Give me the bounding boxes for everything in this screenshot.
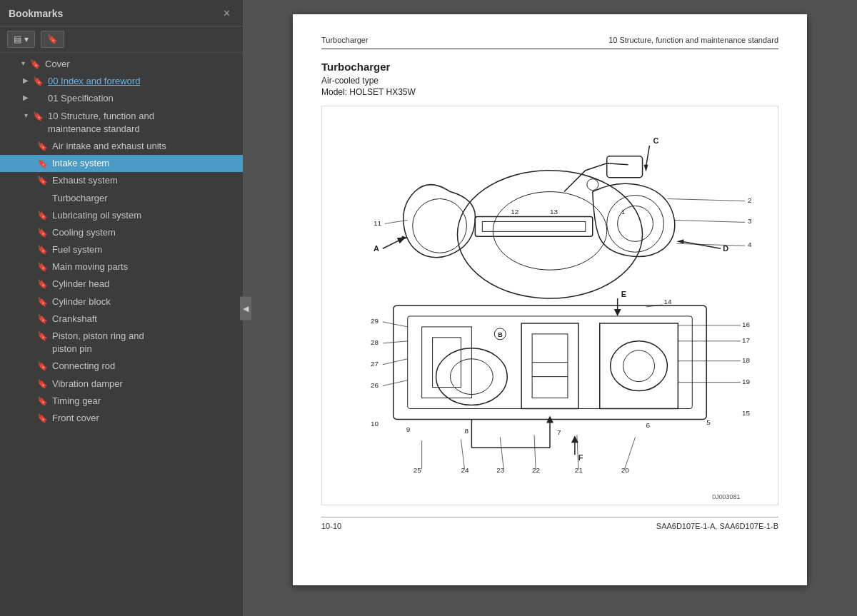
sidebar-item-fuel[interactable]: 🔖 Fuel system [0, 241, 243, 258]
bookmark-icon-cylhead: 🔖 [37, 278, 48, 291]
bookmark-icon-cooling: 🔖 [37, 227, 48, 239]
svg-text:2: 2 [748, 196, 752, 204]
sidebar-close-button[interactable]: × [219, 6, 234, 21]
svg-text:10: 10 [371, 420, 379, 428]
bookmark-icon-piston: 🔖 [37, 330, 48, 343]
bookmark-icon-air: 🔖 [37, 141, 48, 153]
sidebar-item-cover[interactable]: ▾ 🔖 Cover [0, 56, 243, 73]
sidebar-item-spec-label: 01 Specification [48, 92, 243, 105]
svg-text:5: 5 [706, 418, 711, 426]
bookmark-icon-cylblock: 🔖 [37, 296, 48, 308]
view-icon: ▤ [14, 34, 21, 44]
svg-text:16: 16 [742, 320, 751, 328]
document-page: Turbocharger 10 Structure, function and … [293, 14, 807, 585]
main-content: Turbocharger 10 Structure, function and … [243, 0, 857, 616]
svg-text:13: 13 [550, 208, 558, 216]
sidebar-item-moving[interactable]: 🔖 Main moving parts [0, 258, 243, 276]
bookmark-icon-crank: 🔖 [37, 313, 48, 325]
sidebar-item-vib-label: Vibration damper [52, 378, 243, 390]
svg-text:8: 8 [464, 427, 468, 435]
page-section-title: Turbocharger [321, 61, 778, 73]
svg-text:28: 28 [371, 338, 379, 346]
sidebar-item-spec[interactable]: ▶ 🔖 01 Specification [0, 90, 243, 107]
bookmark-icon-vib: 🔖 [37, 378, 48, 390]
sidebar-item-moving-label: Main moving parts [52, 261, 243, 273]
bookmark-icon-moving: 🔖 [37, 261, 48, 273]
bookmark-icon-index: 🔖 [33, 76, 44, 88]
sidebar-item-crank[interactable]: 🔖 Crankshaft [0, 310, 243, 328]
sidebar-item-cooling-label: Cooling system [52, 226, 243, 239]
bookmark-icon-exhaust: 🔖 [37, 175, 48, 187]
sidebar-item-index[interactable]: ▶ 🔖 00 Index and foreword [0, 73, 243, 90]
sidebar-item-turbo-label: Turbocharger [52, 192, 243, 205]
sidebar-item-index-label[interactable]: 00 Index and foreword [48, 75, 243, 88]
svg-text:24: 24 [461, 466, 469, 474]
sidebar-item-exhaust-label: Exhaust system [52, 174, 243, 187]
sidebar-item-cylhead-label: Cylinder head [52, 278, 243, 291]
sidebar-item-air[interactable]: 🔖 Air intake and exhaust units [0, 138, 243, 155]
svg-text:21: 21 [575, 466, 583, 474]
sidebar-item-vib[interactable]: 🔖 Vibration damper [0, 375, 243, 393]
turbocharger-diagram: A C D 2 3 4 11 10 [321, 106, 778, 505]
sidebar-item-lube[interactable]: 🔖 Lubricating oil system [0, 207, 243, 224]
sidebar-item-fuel-label: Fuel system [52, 243, 243, 256]
page-header: Turbocharger 10 Structure, function and … [321, 36, 778, 49]
sidebar-item-intake[interactable]: 🔖 Intake system [0, 155, 243, 172]
sidebar-item-structure[interactable]: ▾ 🔖 10 Structure, function andmaintenanc… [0, 108, 243, 138]
bookmark-icon-front: 🔖 [37, 413, 48, 425]
bookmark-icon-intake: 🔖 [37, 158, 48, 170]
bookmark-icon-fuel: 🔖 [37, 244, 48, 256]
bookmark-tree: ▾ 🔖 Cover ▶ 🔖 00 Index and foreword ▶ 🔖 … [0, 53, 243, 616]
svg-text:18: 18 [742, 356, 751, 364]
expand-index-icon[interactable]: ▶ [20, 75, 31, 86]
sidebar-item-piston-label: Piston, piston ring andpiston pin [52, 330, 243, 355]
sidebar-item-structure-label: 10 Structure, function andmaintenance st… [48, 110, 243, 136]
svg-text:17: 17 [742, 336, 751, 344]
svg-text:C: C [653, 136, 658, 145]
sidebar-item-front[interactable]: 🔖 Front cover [0, 410, 243, 427]
sidebar-item-intake-label: Intake system [52, 157, 243, 170]
sidebar-item-exhaust[interactable]: 🔖 Exhaust system [0, 172, 243, 189]
svg-text:25: 25 [414, 466, 422, 474]
bookmark-icon-cover: 🔖 [30, 59, 41, 71]
svg-text:9: 9 [406, 425, 411, 433]
svg-text:22: 22 [532, 466, 541, 474]
svg-text:D: D [723, 244, 728, 253]
svg-text:14: 14 [663, 298, 672, 306]
expand-spec-icon[interactable]: ▶ [20, 92, 31, 103]
expand-structure-icon[interactable]: ▾ [20, 110, 31, 121]
sidebar-item-timing[interactable]: 🔖 Timing gear [0, 393, 243, 410]
page-footer: 10-10 SAA6D107E-1-A, SAA6D107E-1-B [321, 517, 778, 530]
svg-text:19: 19 [742, 378, 751, 385]
view-options-button[interactable]: ▤ ▾ [7, 31, 35, 48]
sidebar-collapse-button[interactable]: ◀ [240, 296, 251, 320]
page-model: Model: HOLSET HX35W [321, 87, 778, 97]
sidebar-item-turbo[interactable]: 🔖 Turbocharger [0, 190, 243, 207]
svg-text:4: 4 [748, 241, 752, 248]
sidebar-item-cylhead[interactable]: 🔖 Cylinder head [0, 276, 243, 293]
svg-text:26: 26 [371, 381, 379, 389]
sidebar-item-conn[interactable]: 🔖 Connecting rod [0, 358, 243, 375]
svg-text:6: 6 [646, 421, 651, 429]
diagram-container: A C D 2 3 4 11 10 [321, 106, 778, 505]
sidebar-item-timing-label: Timing gear [52, 395, 243, 408]
svg-text:B: B [498, 331, 503, 338]
sidebar-item-conn-label: Connecting rod [52, 360, 243, 373]
sidebar-item-cylblock[interactable]: 🔖 Cylinder block [0, 293, 243, 310]
sidebar-item-piston[interactable]: 🔖 Piston, piston ring andpiston pin [0, 328, 243, 358]
sidebar-item-crank-label: Crankshaft [52, 313, 243, 325]
expand-cover-icon[interactable]: ▾ [17, 58, 29, 69]
bookmark-search-icon: 🔖 [47, 34, 58, 44]
sidebar-item-cooling[interactable]: 🔖 Cooling system [0, 224, 243, 241]
bookmark-icon-timing: 🔖 [37, 395, 48, 408]
view-dropdown-icon: ▾ [24, 34, 29, 44]
svg-text:29: 29 [371, 317, 379, 325]
bookmark-icon-spec: 🔖 [33, 93, 44, 105]
svg-text:12: 12 [511, 208, 519, 216]
page-number: 10-10 [321, 522, 341, 530]
page-subtitle: Air-cooled type [321, 76, 778, 86]
bookmark-search-button[interactable]: 🔖 [41, 31, 64, 48]
sidebar-item-lube-label: Lubricating oil system [52, 209, 243, 222]
bookmark-icon-turbo: 🔖 [37, 193, 48, 205]
page-header-right: 10 Structure, function and maintenance s… [608, 36, 778, 44]
